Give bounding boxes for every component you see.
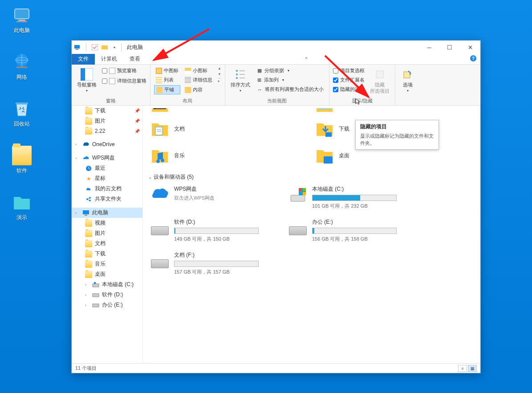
nav-documents[interactable]: 文档 [72,238,142,249]
nav-drive-d[interactable]: ›软件 (D:) [72,290,142,300]
options-button[interactable]: 选项 ▾ [399,66,417,95]
tab-file[interactable]: 文件 [72,54,95,65]
preview-pane-icon [109,68,115,74]
pin-icon: 📌 [134,129,140,134]
fit-columns-button[interactable]: ↔将所有列调整为合适的大小 [256,85,325,94]
nav-downloads2[interactable]: 下载 [72,249,142,259]
nav-thispc[interactable]: ›此电脑 [72,208,142,218]
svg-rect-51 [303,192,306,195]
drive-f[interactable]: 文档 (F:) 157 GB 可用，共 157 GB [148,250,273,277]
svg-rect-6 [16,66,27,68]
scroll-down-icon[interactable]: ▼ [218,72,221,76]
preview-pane-checkbox[interactable]: 预览窗格 [102,66,146,75]
nav-onedrive[interactable]: ›OneDrive [72,139,142,149]
desktop-icons: 此电脑 网络 回收站 软件 演示 [6,5,37,221]
options-icon [401,67,415,82]
nav-downloads[interactable]: 下载📌 [72,106,142,116]
minimize-button[interactable]: ─ [419,41,439,54]
tiles-view-toggle[interactable]: ▦ [468,365,477,372]
group-by-button[interactable]: ▦分组依据▾ [256,66,325,75]
nav-drive-c[interactable]: ›本地磁盘 (C:) [72,279,142,290]
desktop-icon-thispc[interactable]: 此电脑 [6,5,37,34]
music-folder-icon [150,146,170,165]
ribbon-tabs: 文件 计算机 查看 ^ ? [72,54,480,65]
svg-rect-46 [291,195,305,201]
ribbon-group-layout: 中图标 小图标 列表 详细信息 平铺 内容 ▲ ▼ ▾ 布局 [150,65,225,105]
downloads-folder-icon [315,119,334,139]
properties-icon[interactable] [91,43,99,51]
help-icon[interactable]: ? [470,55,477,63]
nav-music[interactable]: 音乐 [72,259,142,269]
sort-button[interactable]: 排序方式 ▾ [229,66,252,95]
nav-desktop[interactable]: 桌面 [72,269,142,279]
chevron-right-icon[interactable]: › [75,156,80,160]
chevron-right-icon[interactable]: › [85,303,89,307]
maximize-button[interactable]: ☐ [439,41,460,54]
svg-rect-34 [93,294,99,297]
nav-pane-button[interactable]: 导航窗格 ▾ [75,66,98,95]
nav-recent[interactable]: 最近 [72,163,142,173]
content-icon-glyph [185,87,191,93]
dropdown-icon[interactable]: ▾ [110,43,118,51]
window-controls: ─ ☐ ✕ [419,41,480,54]
capacity-bar [174,261,259,267]
nav-starred[interactable]: ★星标 [72,173,142,184]
nav-drive-e[interactable]: ›办公 (E:) [72,300,142,310]
nav-wps[interactable]: ›WPS网盘 [72,153,142,163]
layout-tiles[interactable]: 平铺 [154,85,180,94]
drive-wps[interactable]: WPS网盘 双击进入WPS网盘 [148,184,273,211]
layout-medium-icons[interactable]: 中图标 [154,66,180,75]
layout-list[interactable]: 列表 [154,76,180,84]
details-view-toggle[interactable]: ≡ [458,365,467,372]
nav-cloud-docs[interactable]: 我的云文档 [72,184,142,194]
nav-pictures2[interactable]: 图片 [72,228,142,238]
expand-icon[interactable]: ▾ [218,78,221,83]
desktop-icon-demo[interactable]: 演示 [6,192,37,221]
nav-pictures[interactable]: 图片📌 [72,116,142,126]
folder-pictures-partial[interactable] [313,108,424,114]
folder-music[interactable]: 音乐 [148,144,260,167]
chevron-right-icon[interactable]: › [75,211,80,215]
layout-small-icons[interactable]: 小图标 [183,66,214,75]
chevron-right-icon[interactable]: › [85,293,89,297]
scroll-up-icon[interactable]: ▲ [218,66,221,70]
desktop-icon-recycle[interactable]: 回收站 [6,99,37,128]
nav-videos[interactable]: 视频 [72,218,142,228]
folder-documents[interactable]: 文档 [148,117,260,140]
layout-content[interactable]: 内容 [183,85,214,94]
pin-icon: 📌 [134,119,140,123]
svg-rect-40 [318,108,331,109]
svg-rect-20 [236,77,238,79]
layout-details[interactable]: 详细信息 [183,76,214,84]
drive-d[interactable]: 软件 (D:) 149 GB 可用，共 150 GB [148,217,273,244]
drive-e[interactable]: 办公 (E:) 156 GB 可用，共 158 GB [286,217,411,244]
chevron-right-icon[interactable]: › [75,142,80,147]
nav-shared[interactable]: 共享文件夹 [72,194,142,204]
chevron-right-icon[interactable]: › [85,282,89,287]
nav-222[interactable]: 2.22📌 [72,126,142,136]
svg-rect-10 [74,45,80,49]
details-pane-checkbox[interactable]: 详细信息窗格 [102,77,146,85]
close-button[interactable]: ✕ [460,41,480,54]
svg-rect-35 [93,304,99,307]
drive-icon [92,302,99,309]
devices-drives-header[interactable]: ⌄ 设备和驱动器 (5) [148,171,475,184]
drive-c[interactable]: 本地磁盘 (C:) 101 GB 可用，共 232 GB [286,184,411,211]
desktop-icon-software[interactable]: 软件 [6,146,37,175]
explorer-window: ▾ 此电脑 ─ ☐ ✕ 文件 计算机 查看 ^ ? 导航窗格 [71,40,481,373]
tab-computer[interactable]: 计算机 [95,54,123,65]
folder-icon [85,127,92,135]
annotation-arrow-1 [142,27,214,67]
status-bar: 11 个项目 ≡ ▦ [72,363,480,373]
drive-icon [288,218,308,238]
new-folder-icon[interactable] [101,43,109,51]
folder-icon [85,271,92,278]
folder-videos-partial[interactable] [148,108,260,114]
svg-rect-44 [325,132,332,137]
folder-icon [85,261,92,268]
sort-icon [233,67,248,82]
desktop-icon-network[interactable]: 网络 [6,52,37,81]
add-columns-button[interactable]: ⊞添加列▾ [256,76,325,84]
expand-ribbon-icon[interactable]: ^ [305,57,308,61]
onedrive-icon [82,141,89,148]
